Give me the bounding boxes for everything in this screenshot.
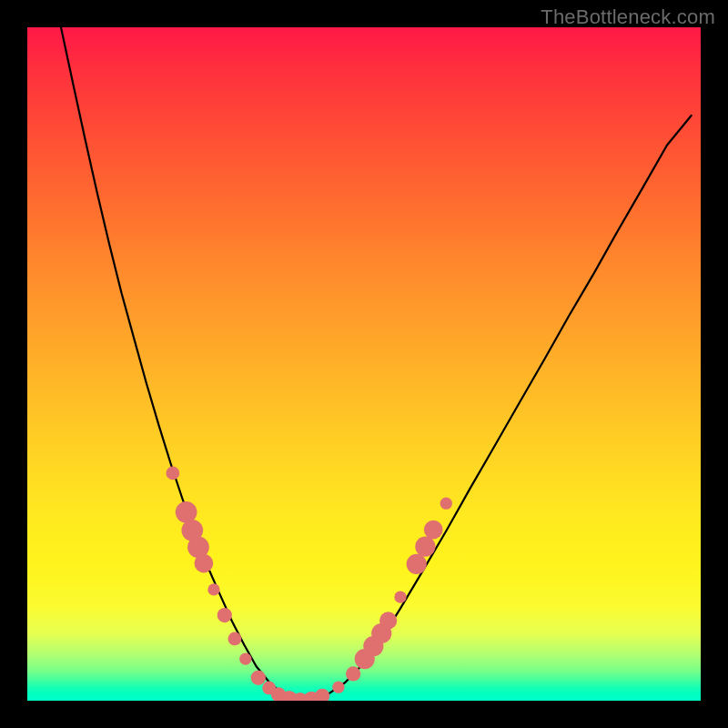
data-marker xyxy=(346,666,360,681)
bottleneck-curve xyxy=(61,27,692,701)
data-marker xyxy=(440,498,452,510)
data-marker xyxy=(166,466,179,480)
chart-svg xyxy=(27,27,701,701)
data-marker xyxy=(195,554,214,573)
data-marker xyxy=(379,612,397,629)
plot-area xyxy=(27,27,701,701)
data-marker xyxy=(394,591,406,602)
data-marker xyxy=(228,632,242,646)
data-marker xyxy=(217,608,232,622)
data-marker xyxy=(415,536,435,556)
chart-frame: TheBottleneck.com xyxy=(0,0,728,728)
data-marker xyxy=(251,671,266,685)
data-marker xyxy=(424,521,443,540)
data-marker xyxy=(315,689,329,701)
marker-group xyxy=(166,466,452,701)
data-marker xyxy=(332,682,344,693)
watermark-text: TheBottleneck.com xyxy=(541,5,715,29)
data-marker xyxy=(207,583,219,595)
data-marker xyxy=(239,652,251,664)
data-marker xyxy=(407,554,427,574)
